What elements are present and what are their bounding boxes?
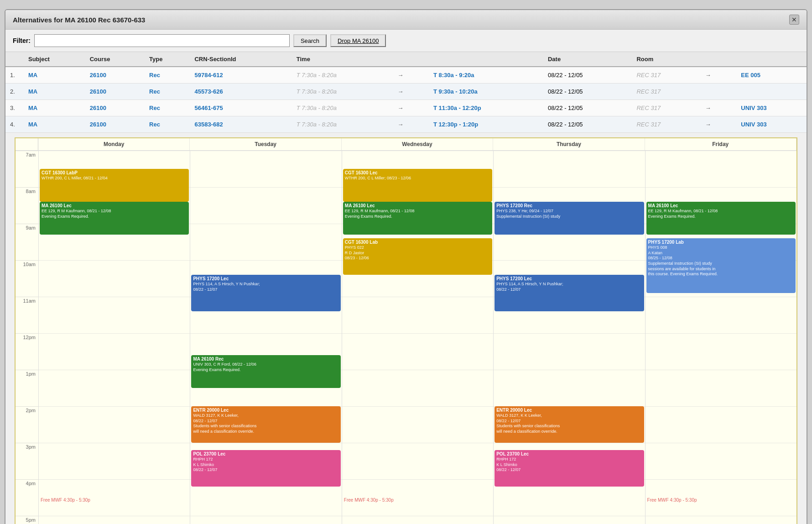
row-subject: MA [24,100,85,116]
row-course: 26100 [85,100,145,116]
row-num: 1. [5,67,24,84]
calendar-event[interactable]: PHYS 17200 LecPHYS 114, A S Hirsch, Y N … [494,275,644,311]
hour-line [39,297,190,297]
row-time-new: T 9:30a - 10:20a [429,84,543,100]
event-title: MA 26100 Lec [648,203,794,208]
hour-line [342,443,493,443]
calendar-event[interactable]: PHYS 17200 LecPHYS 114, A S Hirsch, Y N … [191,275,340,311]
filter-input[interactable] [34,34,290,47]
calendar-event[interactable]: ENTR 20000 LecWALD 3127, K K Leeker,08/2… [191,406,340,443]
time-label: 11am [16,297,38,333]
hour-line [494,333,645,334]
tuesday-header: Tuesday [190,138,341,150]
calendar-event[interactable]: PHYS 17200 LabPHYS 008A Katan08/25 - 12/… [646,238,796,293]
event-detail: PHYS 238, Y He; 09/24 - 12/07Supplementa… [496,209,642,219]
row-time-arrow: → [391,100,428,116]
calendar-event[interactable]: ENTR 20000 LecWALD 3127, K K Leeker,08/2… [494,406,644,443]
hour-line [190,516,341,516]
row-time-arrow: → [391,84,428,100]
row-date: 08/22 - 12/05 [543,100,632,116]
wednesday-col: CGT 16300 LecWTHR 200, C L Miller; 08/23… [342,151,493,524]
calendar-event[interactable]: MA 26100 LecEE 129, R M Kaufmann, 08/21 … [40,202,189,235]
row-type: Rec [145,100,190,116]
table-row[interactable]: 1. MA 26100 Rec 59784-612 T 7:30a - 8:20… [5,67,807,84]
close-button[interactable]: ✕ [789,15,799,25]
search-button[interactable]: Search [293,34,327,47]
calendar-event[interactable]: PHYS 17200 RecPHYS 238, Y He; 09/24 - 12… [494,202,644,235]
table-row[interactable]: 4. MA 26100 Rec 63583-682 T 7:30a - 8:20… [5,116,807,133]
calendar-header: Monday Tuesday Wednesday Thursday Friday [16,138,796,151]
col-header-type: Type [145,52,190,67]
hour-line [39,370,190,370]
hour-line [342,370,493,370]
hour-line [645,479,796,480]
col-header-room: Room [632,52,807,67]
row-time-arrow: → [391,116,428,133]
hour-line [645,370,796,370]
event-title: PHYS 17200 Lec [193,276,338,281]
hour-line [645,333,796,334]
time-label: 8am [16,187,38,224]
row-crn: 63583-682 [190,116,291,133]
hour-line [645,443,796,443]
row-room-new: UNIV 303 [736,100,807,116]
row-time-old: T 7:30a - 8:20a [292,67,391,84]
event-detail: WTHR 200, C L Miller, 08/21 - 12/04 [42,176,187,181]
event-title: ENTR 20000 Lec [193,408,338,413]
table-row[interactable]: 3. MA 26100 Rec 56461-675 T 7:30a - 8:20… [5,100,807,116]
row-room-arrow: → [699,100,736,116]
row-course: 26100 [85,116,145,133]
calendar-event[interactable]: MA 26100 LecEE 129, R M Kaufmann, 08/21 … [646,202,796,235]
main-window: Alternatives for MA 26100 Rec 63670-633 … [5,9,807,524]
hour-line [494,187,645,188]
row-time-new: T 12:30p - 1:20p [429,116,543,133]
friday-header: Friday [645,138,796,150]
calendar-event[interactable]: MA 26100 RecUNIV 303, C R Ford, 08/22 - … [191,355,340,388]
calendar-event[interactable]: POL 23700 LecRHPH 172K L Shimko08/22 - 1… [191,450,340,487]
calendar-event[interactable]: CGT 16300 LabPWTHR 200, C L Miller, 08/2… [40,169,189,202]
hour-line [494,443,645,443]
row-subject: MA [24,116,85,133]
calendar-event[interactable]: CGT 16300 LecWTHR 200, C L Miller; 08/23… [343,169,492,202]
thursday-col: PHYS 17200 RecPHYS 238, Y He; 09/24 - 12… [493,151,645,524]
event-detail: EE 129, R M Kaufmann, 08/21 - 12/08Eveni… [345,209,490,219]
event-detail: PHYS 114, A S Hirsch, Y N Pushkar;08/22 … [193,282,338,292]
hour-line [39,443,190,443]
event-title: CGT 16300 Lab [345,240,490,245]
col-header-subject: Subject [24,52,85,67]
event-title: MA 26100 Rec [193,356,338,362]
event-title: ENTR 20000 Lec [496,408,642,413]
table-row[interactable]: 2. MA 26100 Rec 45573-626 T 7:30a - 8:20… [5,84,807,100]
free-time-label: Free MWF 4:30p - 5:30p [647,498,697,524]
row-time-new: T 8:30a - 9:20a [429,67,543,84]
calendar-event[interactable]: POL 23700 LecRHPH 172K L Shimko08/22 - 1… [494,450,644,487]
row-crn: 59784-612 [190,67,291,84]
hour-line [190,224,341,224]
free-time-label: Free MWF 4:30p - 5:30p [344,498,394,524]
row-type: Rec [145,84,190,100]
drop-button[interactable]: Drop MA 26100 [330,34,386,47]
event-detail: PHYS 022R D Jastor08/23 - 12/06 [345,245,490,261]
event-detail: PHYS 114, A S Hirsch, Y N Pushkar;08/22 … [496,282,642,292]
row-subject: MA [24,67,85,84]
hour-line [190,187,341,188]
hour-line [494,151,645,151]
hour-line [39,151,190,151]
row-time-old: T 7:30a - 8:20a [292,100,391,116]
event-title: MA 26100 Lec [345,203,490,208]
window-title: Alternatives for MA 26100 Rec 63670-633 [13,16,145,24]
calendar-event[interactable]: CGT 16300 LabPHYS 022R D Jastor08/23 - 1… [343,238,492,275]
hour-line [342,406,493,407]
hour-line [190,260,341,261]
event-detail: RHPH 172K L Shimko08/22 - 12/07 [496,457,642,473]
event-detail: PHYS 008A Katan08/25 - 12/08Supplemental… [648,245,794,277]
row-room-arrow [699,84,736,100]
hour-line [342,333,493,334]
time-label: 12pm [16,333,38,370]
calendar-event[interactable]: MA 26100 LecEE 129, R M Kaufmann, 08/21 … [343,202,492,235]
time-label: 2pm [16,406,38,443]
time-label: 3pm [16,443,38,479]
row-time-new: T 11:30a - 12:20p [429,100,543,116]
row-crn: 45573-626 [190,84,291,100]
row-type: Rec [145,67,190,84]
